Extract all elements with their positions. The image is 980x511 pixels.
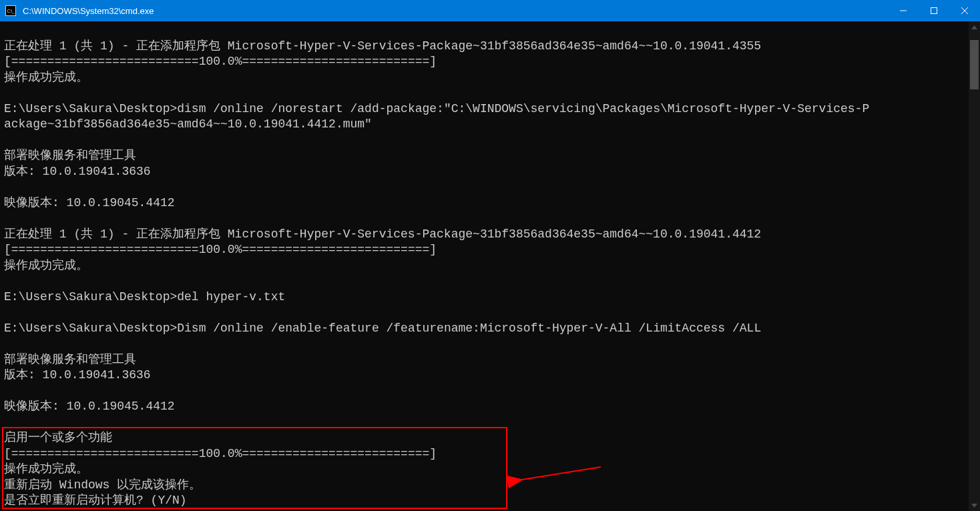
terminal-line: 是否立即重新启动计算机? (Y/N) [4,493,968,509]
window-title: C:\WINDOWS\System32\cmd.exe [21,6,888,16]
terminal-line [4,274,968,290]
close-button[interactable] [949,0,980,21]
scroll-down-button[interactable] [969,500,980,511]
terminal-client-area[interactable]: 正在处理 1 (共 1) - 正在添加程序包 Microsoft-Hyper-V… [0,21,980,511]
window-controls [888,0,980,21]
cmd-icon: C:\_ [5,5,16,16]
app-icon-slot: C:\_ [0,5,21,16]
minimize-button[interactable] [888,0,919,21]
terminal-line: 正在处理 1 (共 1) - 正在添加程序包 Microsoft-Hyper-V… [4,227,968,243]
maximize-button[interactable] [919,0,949,21]
terminal-line [4,23,968,39]
terminal-line [4,336,968,352]
terminal-line: 操作成功完成。 [4,258,968,274]
scroll-up-button[interactable] [969,21,980,33]
terminal-line: E:\Users\Sakura\Desktop>del hyper-v.txt [4,290,968,306]
terminal-line: E:\Users\Sakura\Desktop>Dism /online /en… [4,321,968,337]
terminal-line: 部署映像服务和管理工具 [4,352,968,368]
terminal-line: 映像版本: 10.0.19045.4412 [4,399,968,415]
terminal-line [4,85,968,101]
cmd-window: C:\_ C:\WINDOWS\System32\cmd.exe 正在处理 1 … [0,0,980,511]
terminal-line [4,133,968,149]
vertical-scrollbar[interactable] [969,21,980,511]
terminal-line [4,211,968,227]
terminal-line [4,384,968,400]
terminal-line: 部署映像服务和管理工具 [4,148,968,164]
terminal-line: 版本: 10.0.19041.3636 [4,164,968,180]
terminal-line [4,415,968,431]
svg-rect-0 [931,8,937,14]
terminal-line: 版本: 10.0.19041.3636 [4,368,968,384]
terminal-line [4,305,968,321]
terminal-line: 操作成功完成。 [4,462,968,478]
terminal-line [4,179,968,195]
terminal-line: [==========================100.0%=======… [4,446,968,462]
terminal-line: 重新启动 Windows 以完成该操作。 [4,478,968,494]
scroll-thumb[interactable] [970,40,979,89]
terminal-line: [==========================100.0%=======… [4,54,968,70]
terminal-line: 映像版本: 10.0.19045.4412 [4,195,968,211]
terminal-line: 正在处理 1 (共 1) - 正在添加程序包 Microsoft-Hyper-V… [4,39,968,55]
terminal-line: ackage~31bf3856ad364e35~amd64~~10.0.1904… [4,117,968,133]
terminal-line: 操作成功完成。 [4,70,968,86]
terminal-line: 启用一个或多个功能 [4,430,968,446]
terminal-line: [==========================100.0%=======… [4,242,968,258]
terminal-text[interactable]: 正在处理 1 (共 1) - 正在添加程序包 Microsoft-Hyper-V… [4,23,968,509]
titlebar[interactable]: C:\_ C:\WINDOWS\System32\cmd.exe [0,0,980,21]
terminal-line: E:\Users\Sakura\Desktop>dism /online /no… [4,101,968,117]
